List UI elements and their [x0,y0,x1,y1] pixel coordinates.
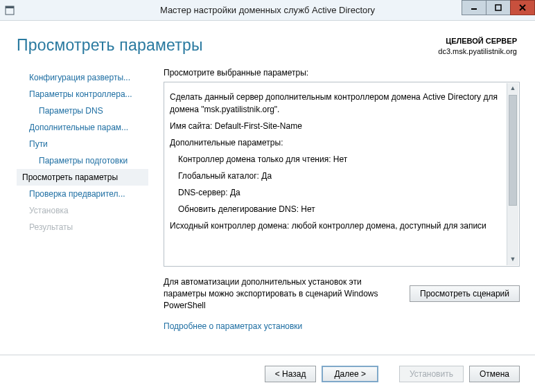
export-hint-text: Для автоматизации дополнительных установ… [164,276,401,311]
close-button[interactable] [510,0,535,15]
more-info-link[interactable]: Подробнее о параметрах установки [164,321,520,331]
wizard-sidebar: Конфигурация разверты...Параметры контро… [17,68,148,331]
scrollbar[interactable]: ▲ ▼ [507,83,518,266]
sidebar-item-7[interactable]: Проверка предварител... [17,186,148,202]
titlebar: Мастер настройки доменных служб Active D… [0,0,535,21]
app-icon [4,5,15,16]
view-script-button[interactable]: Просмотреть сценарий [410,285,520,302]
summary-line-5: DNS-сервер: Да [170,186,500,199]
summary-line-0: Сделать данный сервер дополнительным кон… [170,91,500,116]
sidebar-item-6[interactable]: Просмотреть параметры [17,169,148,186]
sidebar-item-9: Результаты [17,219,148,235]
instruction-text: Просмотрите выбранные параметры: [164,68,520,78]
target-server-label: ЦЕЛЕВОЙ СЕРВЕР [438,36,517,46]
window-title: Мастер настройки доменных служб Active D… [0,5,535,15]
page-title: Просмотреть параметры [17,36,203,55]
summary-line-3: Контроллер домена только для чтения: Нет [170,153,500,166]
target-server-value: dc3.msk.pyatilistnik.org [438,46,517,57]
sidebar-item-2[interactable]: Параметры DNS [17,103,148,119]
sidebar-item-0[interactable]: Конфигурация разверты... [17,69,148,86]
scroll-up-arrow[interactable]: ▲ [507,83,518,95]
summary-readonly[interactable]: Сделать данный сервер дополнительным кон… [164,82,519,267]
scroll-track[interactable] [507,95,518,254]
sidebar-item-5[interactable]: Параметры подготовки [17,152,148,169]
sidebar-item-3[interactable]: Дополнительные парам... [17,119,148,136]
summary-line-2: Дополнительные параметры: [170,136,500,149]
minimize-button[interactable] [462,0,486,15]
summary-line-4: Глобальный каталог: Да [170,170,500,182]
wizard-main: Просмотрите выбранные параметры: Сделать… [148,68,520,331]
maximize-button[interactable] [486,0,511,15]
summary-line-1: Имя сайта: Default-First-Site-Name [170,120,500,132]
sidebar-item-8: Установка [17,202,148,219]
back-button[interactable]: < Назад [265,366,317,382]
summary-line-7: Исходный контроллер домена: любой контро… [170,220,500,232]
cancel-button[interactable]: Отмена [469,366,520,382]
wizard-footer: < Назад Далее > Установить Отмена [0,355,535,392]
scroll-thumb[interactable] [509,95,517,206]
summary-box: Сделать данный сервер дополнительным кон… [164,82,520,267]
scroll-down-arrow[interactable]: ▼ [507,253,518,265]
next-button[interactable]: Далее > [322,366,378,382]
summary-line-6: Обновить делегирование DNS: Нет [170,203,500,215]
window-buttons [462,0,535,20]
header-row: Просмотреть параметры ЦЕЛЕВОЙ СЕРВЕР dc3… [0,21,535,61]
sidebar-item-4[interactable]: Пути [17,136,148,152]
install-button: Установить [399,366,464,382]
svg-rect-1 [6,6,14,8]
wizard-body: Просмотреть параметры ЦЕЛЕВОЙ СЕРВЕР dc3… [0,21,535,392]
target-server-box: ЦЕЛЕВОЙ СЕРВЕР dc3.msk.pyatilistnik.org [438,36,517,57]
sidebar-item-1[interactable]: Параметры контроллера... [17,86,148,103]
svg-rect-3 [495,5,501,10]
